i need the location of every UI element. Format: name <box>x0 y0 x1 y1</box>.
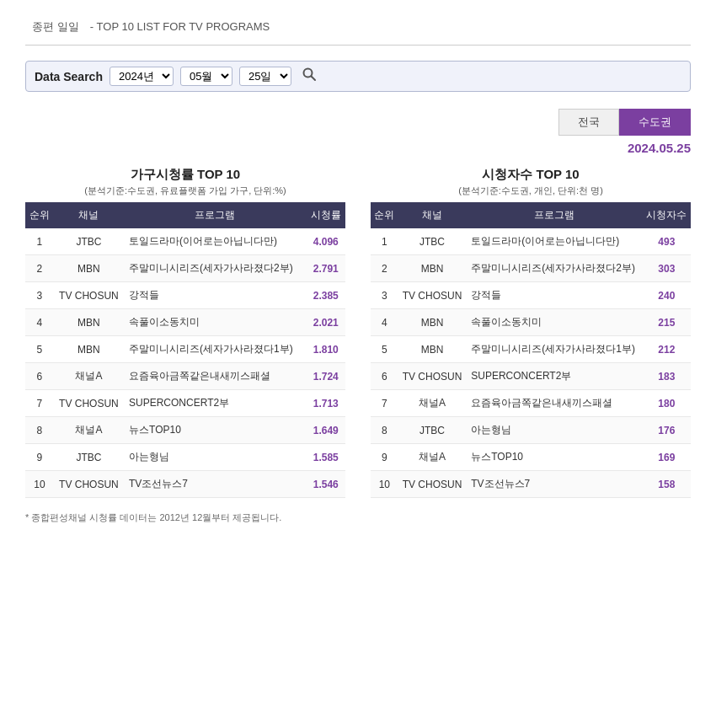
rank-cell: 8 <box>25 417 54 444</box>
month-select[interactable]: 05월 <box>180 67 232 86</box>
table-row: 6 TV CHOSUN SUPERCONCERT2부 183 <box>371 363 691 390</box>
program-cell: 강적들 <box>466 282 642 309</box>
program-cell: 토일드라마(이어로는아닙니다만) <box>124 228 306 255</box>
rating-cell: 2.021 <box>306 309 345 336</box>
viewers-cell: 180 <box>643 390 691 417</box>
channel-cell: MBN <box>54 255 124 282</box>
program-cell: 속풀이소동치미 <box>124 309 306 336</box>
tables-row: 가구시청률 TOP 10 (분석기준:수도권, 유료플랫폼 가입 가구, 단위:… <box>25 167 691 498</box>
viewers-cell: 493 <box>643 228 691 255</box>
table-row: 4 MBN 속풀이소동치미 215 <box>371 309 691 336</box>
program-cell: 강적들 <box>124 282 306 309</box>
col-program-left: 프로그램 <box>124 202 306 228</box>
rank-cell: 6 <box>25 363 54 390</box>
rank-cell: 2 <box>25 255 54 282</box>
program-cell: 토일드라마(이어로는아닙니다만) <box>466 228 642 255</box>
col-rank-right: 순위 <box>371 202 398 228</box>
rank-cell: 9 <box>371 444 398 471</box>
rank-cell: 6 <box>371 363 398 390</box>
channel-cell: TV CHOSUN <box>398 282 467 309</box>
table-row: 10 TV CHOSUN TV조선뉴스7 158 <box>371 471 691 498</box>
rank-cell: 5 <box>371 336 398 363</box>
viewers-cell: 240 <box>643 282 691 309</box>
rating-cell: 4.096 <box>306 228 345 255</box>
table-row: 6 채널A 요즘육아금쪽같은내새끼스패셜 1.724 <box>25 363 345 390</box>
rank-cell: 2 <box>371 255 398 282</box>
rank-cell: 1 <box>371 228 398 255</box>
household-subtitle: (분석기준:수도권, 유료플랫폼 가입 가구, 단위:%) <box>25 185 345 197</box>
viewers-cell: 176 <box>643 417 691 444</box>
program-cell: SUPERCONCERT2부 <box>124 390 306 417</box>
program-cell: 속풀이소동치미 <box>466 309 642 336</box>
program-cell: 아는형님 <box>466 417 642 444</box>
rank-cell: 7 <box>25 390 54 417</box>
channel-cell: 채널A <box>398 444 467 471</box>
channel-cell: TV CHOSUN <box>54 282 124 309</box>
search-button[interactable] <box>298 67 320 86</box>
table-row: 5 MBN 주말미니시리즈(세자가사라졌다1부) 1.810 <box>25 336 345 363</box>
program-cell: 요즘육아금쪽같은내새끼스패셜 <box>124 363 306 390</box>
table-row: 8 JTBC 아는형님 176 <box>371 417 691 444</box>
program-cell: 주말미니시리즈(세자가사라졌다1부) <box>124 336 306 363</box>
page-container: 종편 일일 - TOP 10 LIST FOR TV PROGRAMS Data… <box>0 0 716 728</box>
channel-cell: TV CHOSUN <box>54 390 124 417</box>
col-viewers-right: 시청자수 <box>643 202 691 228</box>
rating-cell: 2.385 <box>306 282 345 309</box>
channel-cell: TV CHOSUN <box>398 471 467 498</box>
viewers-cell: 158 <box>643 471 691 498</box>
table-row: 9 채널A 뉴스TOP10 169 <box>371 444 691 471</box>
program-cell: 뉴스TOP10 <box>466 444 642 471</box>
channel-cell: TV CHOSUN <box>398 363 467 390</box>
day-select[interactable]: 25일 <box>239 67 291 86</box>
channel-cell: JTBC <box>398 417 467 444</box>
search-label: Data Search <box>35 70 103 83</box>
page-title: 종편 일일 - TOP 10 LIST FOR TV PROGRAMS <box>25 17 691 46</box>
tab-jeonkuk[interactable]: 전국 <box>558 109 619 136</box>
rating-cell: 1.810 <box>306 336 345 363</box>
channel-cell: JTBC <box>398 228 467 255</box>
channel-cell: 채널A <box>54 363 124 390</box>
rating-cell: 1.546 <box>306 471 345 498</box>
footnote: * 종합편성채널 시청률 데이터는 2012년 12월부터 제공됩니다. <box>25 511 691 524</box>
title-sub: - TOP 10 LIST FOR TV PROGRAMS <box>90 20 270 33</box>
col-channel-right: 채널 <box>398 202 467 228</box>
table-row: 9 JTBC 아는형님 1.585 <box>25 444 345 471</box>
channel-cell: JTBC <box>54 228 124 255</box>
table-row: 7 채널A 요즘육아금쪽같은내새끼스패셜 180 <box>371 390 691 417</box>
program-cell: 주말미니시리즈(세자가사라졌다2부) <box>124 255 306 282</box>
viewers-table: 순위 채널 프로그램 시청자수 1 JTBC 토일드라마(이어로는아닙니다만) … <box>371 202 691 498</box>
household-rating-section: 가구시청률 TOP 10 (분석기준:수도권, 유료플랫폼 가입 가구, 단위:… <box>25 167 345 498</box>
program-cell: 주말미니시리즈(세자가사라졌다1부) <box>466 336 642 363</box>
program-cell: 뉴스TOP10 <box>124 417 306 444</box>
rank-cell: 1 <box>25 228 54 255</box>
year-select[interactable]: 2024년 <box>110 67 174 86</box>
rating-cell: 1.649 <box>306 417 345 444</box>
viewers-cell: 169 <box>643 444 691 471</box>
rank-cell: 4 <box>371 309 398 336</box>
table-row: 4 MBN 속풀이소동치미 2.021 <box>25 309 345 336</box>
table-row: 3 TV CHOSUN 강적들 2.385 <box>25 282 345 309</box>
search-input[interactable] <box>327 70 681 83</box>
col-program-right: 프로그램 <box>466 202 642 228</box>
rating-cell: 1.713 <box>306 390 345 417</box>
channel-cell: JTBC <box>54 444 124 471</box>
viewers-title: 시청자수 TOP 10 <box>371 167 691 183</box>
rank-cell: 4 <box>25 309 54 336</box>
channel-cell: 채널A <box>54 417 124 444</box>
household-title: 가구시청률 TOP 10 <box>25 167 345 183</box>
channel-cell: MBN <box>54 309 124 336</box>
viewers-cell: 215 <box>643 309 691 336</box>
col-rating-left: 시청률 <box>306 202 345 228</box>
tab-sudokwon[interactable]: 수도권 <box>619 109 691 136</box>
rank-cell: 10 <box>25 471 54 498</box>
program-cell: 아는형님 <box>124 444 306 471</box>
table-row: 8 채널A 뉴스TOP10 1.649 <box>25 417 345 444</box>
svg-line-1 <box>311 77 315 81</box>
program-cell: TV조선뉴스7 <box>124 471 306 498</box>
table-row: 1 JTBC 토일드라마(이어로는아닙니다만) 4.096 <box>25 228 345 255</box>
channel-cell: 채널A <box>398 390 467 417</box>
controls-row: 전국 수도권 <box>25 109 691 136</box>
program-cell: 주말미니시리즈(세자가사라졌다2부) <box>466 255 642 282</box>
rating-cell: 2.791 <box>306 255 345 282</box>
table-row: 2 MBN 주말미니시리즈(세자가사라졌다2부) 303 <box>371 255 691 282</box>
